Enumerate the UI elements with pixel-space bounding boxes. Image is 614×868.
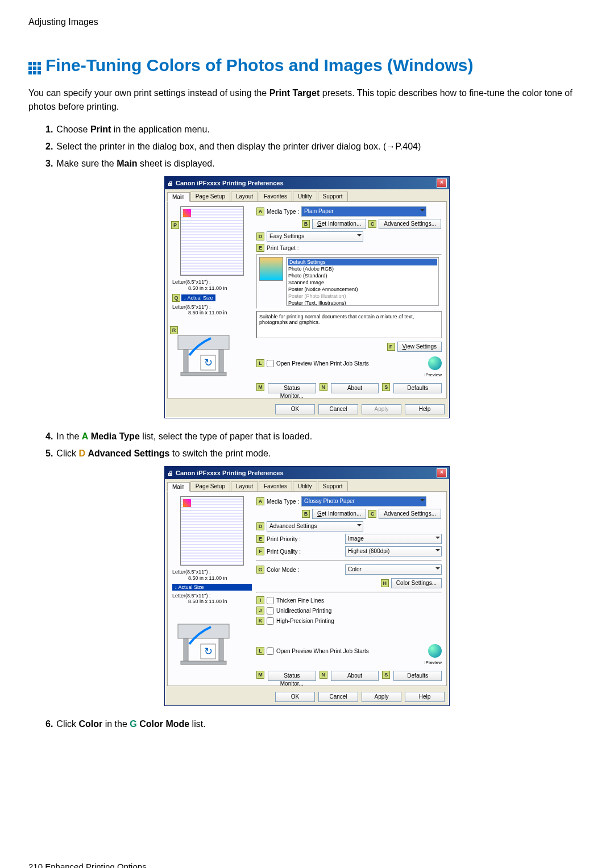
breadcrumb: Adjusting Images [28,17,586,27]
open-preview-checkbox-2[interactable] [267,647,274,655]
marker-a: A [256,207,264,215]
printer-illustration-2: ↻ [172,613,240,670]
tab-layout-2[interactable]: Layout [231,481,258,491]
svg-rect-2 [38,62,41,65]
easy-settings-combo[interactable]: Easy Settings [267,231,363,242]
marker-s-2: S [382,671,390,679]
unidirectional-checkbox[interactable] [267,607,274,614]
tab-page-setup[interactable]: Page Setup [190,192,230,201]
steps-list: 1.Choose Print in the application menu. … [45,123,586,171]
marker-k-2: K [256,617,264,625]
mode-combo[interactable]: Advanced Settings [267,521,363,531]
defaults-button-2[interactable]: Defaults [393,671,442,681]
high-precision-checkbox[interactable] [267,617,274,625]
open-preview-label-2: Open Preview When Print Job Starts [276,648,369,654]
get-information-button[interactable]: Get Information... [312,219,366,229]
ipreview-label: iPreview [256,372,442,377]
tab-favorites-2[interactable]: Favorites [259,481,292,491]
app-icon: 🖨 [167,470,173,476]
defaults-button[interactable]: Defaults [393,383,442,393]
marker-e-2: E [256,535,264,543]
unidirectional-label: Unidirectional Printing [276,608,331,614]
print-target-list[interactable]: Default Settings Photo (Adobe RGB) Photo… [287,257,439,306]
intro-text: You can specify your own print settings … [28,86,586,114]
down-arrow-icon: ↓ [175,584,177,590]
about-button-2[interactable]: About [331,671,379,681]
dialog-tabs-2: Main Page Setup Layout Favorites Utility… [165,479,449,491]
open-preview-label: Open Preview When Print Job Starts [276,360,369,367]
advanced-settings-button[interactable]: Advanced Settings... [379,219,441,229]
svg-text:↻: ↻ [204,646,213,657]
svg-rect-3 [28,67,32,70]
color-settings-button[interactable]: Color Settings... [391,578,442,588]
paper-info-1b: Letter(8.5"x11") : 8.50 in x 11.00 in [172,569,252,582]
marker-i-2: I [256,596,264,604]
cancel-button[interactable]: Cancel [318,404,358,414]
tab-layout[interactable]: Layout [231,192,258,201]
marker-d: D [256,232,264,240]
printing-preferences-dialog-1: 🖨Canon iPFxxxx Printing Preferences × Ma… [164,176,450,418]
svg-text:↻: ↻ [204,357,213,368]
print-priority-combo[interactable]: Image [345,534,442,544]
status-monitor-button-2[interactable]: Status Monitor... [268,671,316,681]
tab-utility[interactable]: Utility [293,192,317,201]
svg-rect-10 [184,350,188,372]
target-description: Suitable for printing normal documents t… [256,311,442,338]
grid-icon [28,59,41,72]
tab-main-2[interactable]: Main [167,482,190,492]
media-type-combo-2[interactable]: Glossy Photo Paper [301,496,426,506]
paper-info-1: Letter(8.5"x11") : 8.50 in x 11.00 in [172,279,252,292]
help-button[interactable]: Help [405,404,445,414]
tab-favorites[interactable]: Favorites [259,192,292,201]
svg-rect-0 [28,62,32,65]
print-priority-label: Print Priority : [267,536,301,542]
marker-d-2: D [256,522,264,530]
media-type-combo[interactable]: Plain Paper [301,206,426,217]
printing-preferences-dialog-2: 🖨Canon iPFxxxx Printing Preferences × Ma… [164,466,450,706]
tab-page-setup-2[interactable]: Page Setup [190,481,230,491]
actual-size-indicator: ↓ Actual Size [181,294,215,301]
svg-rect-12 [181,372,226,376]
get-information-button-2[interactable]: Get Information... [312,509,366,519]
help-button-2[interactable]: Help [405,692,445,702]
status-monitor-button[interactable]: Status Monitor... [268,383,316,393]
marker-b-2: B [302,510,310,518]
print-quality-combo[interactable]: Highest (600dpi) [345,546,442,556]
marker-e: E [256,244,264,252]
page-preview [180,206,244,276]
ok-button[interactable]: OK [275,404,315,414]
svg-rect-8 [38,71,41,74]
svg-rect-18 [181,661,226,665]
page-preview-2 [180,496,244,566]
marker-c-2: C [368,510,376,518]
ok-button-2[interactable]: OK [275,692,315,702]
tab-support-2[interactable]: Support [318,481,348,491]
down-arrow-icon: ↓ [184,295,186,301]
view-settings-button[interactable]: View Settings [397,342,442,352]
marker-b: B [302,220,310,228]
tab-main[interactable]: Main [167,192,190,202]
svg-rect-5 [38,67,41,70]
svg-rect-17 [219,638,223,661]
marker-h-2: H [381,579,389,587]
globe-icon-2[interactable] [428,644,442,658]
cancel-button-2[interactable]: Cancel [318,692,358,702]
close-button[interactable]: × [437,178,447,188]
close-button-2[interactable]: × [437,468,447,477]
target-thumbnail [259,257,283,281]
marker-q: Q [172,294,180,302]
page-footer: 210 Enhanced Printing Options [28,862,586,868]
apply-button-2[interactable]: Apply [362,692,401,702]
apply-button[interactable]: Apply [362,404,401,414]
marker-f: F [387,343,395,351]
globe-icon[interactable] [428,356,442,370]
color-mode-combo[interactable]: Color [345,564,442,575]
marker-l-2: L [256,647,264,655]
about-button[interactable]: About [331,383,379,393]
tab-support[interactable]: Support [318,192,348,201]
thicken-lines-checkbox[interactable] [267,597,274,604]
tab-utility-2[interactable]: Utility [293,481,317,491]
open-preview-checkbox[interactable] [267,360,274,367]
steps-list-3: 6.Click Color in the G Color Mode list. [45,717,586,731]
advanced-settings-button-2[interactable]: Advanced Settings... [379,509,441,519]
